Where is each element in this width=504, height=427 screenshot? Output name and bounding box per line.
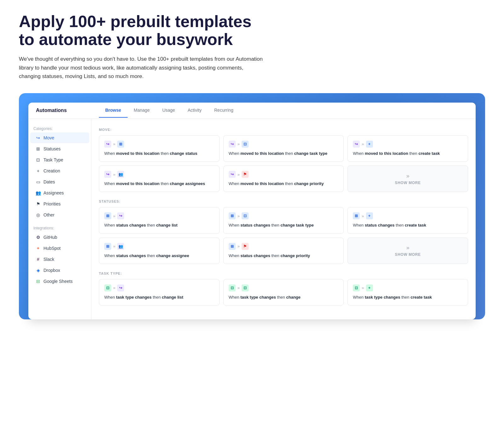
card-status-change-priority[interactable]: ⊞ » ⚑ When status changes then change pr…: [223, 238, 344, 264]
tab-recurring[interactable]: Recurring: [208, 103, 240, 118]
arrow-icon: »: [238, 285, 240, 290]
other-icon: ◎: [35, 212, 41, 218]
sidebar-item-github[interactable]: ⚙ GitHub: [30, 232, 89, 243]
card-icons: ⊞ » +: [353, 212, 463, 219]
tasktype-action-icon: ⊡: [242, 212, 249, 219]
sidebar-item-move[interactable]: ↪ Move: [30, 132, 89, 143]
card-text: When status changes then change list: [104, 222, 214, 228]
move-trigger-icon: ↪: [229, 171, 236, 178]
card-status-create-task[interactable]: ⊞ » + When status changes then create ta…: [347, 207, 468, 233]
create-action-icon: +: [366, 212, 373, 219]
app-header: Automations Browse Manage Usage Activity…: [28, 103, 476, 119]
card-text: When task type changes then create task: [353, 295, 463, 300]
status-trigger-icon: ⊞: [229, 212, 236, 219]
assignees-action-icon: 👥: [117, 171, 124, 178]
app-header-title: Automations: [36, 108, 99, 113]
tab-manage[interactable]: Manage: [128, 103, 156, 118]
sidebar-item-statuses[interactable]: ⊞ Statuses: [30, 143, 89, 154]
card-move-create-task[interactable]: ↪ » + When moved to this location then c…: [347, 135, 468, 162]
card-icons: ↪ » ⊡: [229, 141, 339, 148]
move-trigger-icon: ↪: [353, 141, 360, 148]
card-move-change-priority[interactable]: ↪ » ⚑ When moved to this location then c…: [223, 166, 344, 192]
tab-usage[interactable]: Usage: [156, 103, 181, 118]
arrow-icon: »: [362, 142, 364, 146]
sidebar-item-dropbox-label: Dropbox: [43, 268, 60, 273]
sidebar-item-dates-label: Dates: [43, 179, 55, 184]
status-trigger-icon: ⊞: [104, 212, 111, 219]
arrow-icon: »: [238, 142, 240, 146]
assignees-icon: 👥: [35, 190, 41, 196]
card-icons: ⊞ » ⚑: [229, 243, 339, 250]
sidebar-item-creation-label: Creation: [43, 168, 60, 173]
card-tasktype-create-task[interactable]: ⊡ » + When task type changes then create…: [347, 279, 468, 306]
show-more-text: SHOW MORE: [395, 181, 421, 185]
creation-icon: +: [35, 168, 41, 174]
card-text: When task type changes then change: [229, 295, 339, 300]
google-sheets-icon: ⊟: [35, 278, 41, 284]
task-type-icon: ⊡: [35, 157, 41, 163]
tasktype-action-icon: ⊡: [242, 141, 249, 148]
card-text: When moved to this location then create …: [353, 151, 463, 156]
card-icons: ↪ » +: [353, 141, 463, 148]
arrow-icon: »: [113, 244, 115, 249]
card-status-change-assignee[interactable]: ⊞ » 👥 When status changes then change as…: [99, 238, 220, 264]
move-trigger-icon: ↪: [229, 141, 236, 148]
arrow-icon: »: [238, 214, 240, 218]
sidebar-item-hubspot-label: HubSpot: [43, 246, 60, 251]
sidebar-item-move-label: Move: [43, 135, 54, 140]
sidebar-item-other[interactable]: ◎ Other: [30, 210, 89, 220]
sidebar-item-dropbox[interactable]: ◈ Dropbox: [30, 265, 89, 276]
task-type-cards-grid: ⊡ » ↪ When task type changes then change…: [99, 279, 468, 306]
sidebar-item-priorities[interactable]: ⚑ Priorities: [30, 199, 89, 209]
card-move-change-task-type[interactable]: ↪ » ⊡ When moved to this location then c…: [223, 135, 344, 162]
card-move-change-status[interactable]: ↪ » ⊞ When moved to this location then c…: [99, 135, 220, 162]
card-tasktype-change-list[interactable]: ⊡ » ↪ When task type changes then change…: [99, 279, 220, 306]
arrow-icon: »: [238, 172, 240, 177]
tab-browse[interactable]: Browse: [99, 103, 128, 118]
tasktype-action-icon: ⊡: [242, 284, 249, 291]
card-move-change-assignees[interactable]: ↪ » 👥 When moved to this location then c…: [99, 166, 220, 192]
arrow-icon: »: [113, 142, 115, 146]
list-action-icon: ↪: [117, 284, 124, 291]
sidebar-item-creation[interactable]: + Creation: [30, 166, 89, 176]
card-text: When status changes then change task typ…: [229, 222, 339, 228]
sidebar-item-slack[interactable]: # Slack: [30, 254, 89, 265]
card-text: When status changes then change assignee: [104, 253, 214, 259]
sidebar-item-assignees[interactable]: 👥 Assignees: [30, 188, 89, 198]
app-wrapper: Automations Browse Manage Usage Activity…: [19, 93, 485, 319]
tab-activity[interactable]: Activity: [181, 103, 208, 118]
statuses-show-more[interactable]: » SHOW MORE: [347, 238, 468, 264]
card-text: When moved to this location then change …: [229, 151, 339, 156]
card-status-change-list[interactable]: ⊞ » ↪ When status changes then change li…: [99, 207, 220, 233]
card-icons: ↪ » ⊞: [104, 141, 214, 148]
arrow-icon: »: [238, 244, 240, 249]
create-action-icon: +: [366, 141, 373, 148]
tasktype-trigger-icon: ⊡: [229, 284, 236, 291]
sidebar-item-priorities-label: Priorities: [43, 201, 60, 206]
card-icons: ⊡ » ↪: [104, 284, 214, 291]
app-tabs: Browse Manage Usage Activity Recurring: [99, 103, 240, 118]
sidebar-item-google-sheets[interactable]: ⊟ Google Sheets: [30, 276, 89, 287]
card-icons: ⊞ » ⊡: [229, 212, 339, 219]
card-icons: ⊞ » 👥: [104, 243, 214, 250]
section-label-statuses: STATUSES:: [99, 199, 468, 203]
move-show-more[interactable]: » SHOW MORE: [347, 166, 468, 192]
sidebar-item-slack-label: Slack: [43, 257, 54, 262]
priority-action-icon: ⚑: [242, 243, 249, 250]
statuses-cards-grid: ⊞ » ↪ When status changes then change li…: [99, 207, 468, 264]
sidebar-item-task-type[interactable]: ⊡ Task Type: [30, 155, 89, 165]
move-icon: ↪: [35, 135, 41, 141]
card-status-change-task-type[interactable]: ⊞ » ⊡ When status changes then change ta…: [223, 207, 344, 233]
tasktype-trigger-icon: ⊡: [104, 284, 111, 291]
app-window: Automations Browse Manage Usage Activity…: [28, 103, 476, 319]
card-text: When status changes then change priority: [229, 253, 339, 259]
slack-icon: #: [35, 256, 41, 262]
hero-description: We've thought of everything so you don't…: [19, 55, 265, 81]
status-trigger-icon: ⊞: [104, 243, 111, 250]
sidebar-item-dates[interactable]: ▭ Dates: [30, 177, 89, 187]
card-text: When moved to this location then change …: [104, 181, 214, 187]
status-trigger-icon: ⊞: [229, 243, 236, 250]
card-icons: ⊞ » ↪: [104, 212, 214, 219]
sidebar-item-hubspot[interactable]: ✦ HubSpot: [30, 243, 89, 254]
card-tasktype-change[interactable]: ⊡ » ⊡ When task type changes then change: [223, 279, 344, 306]
